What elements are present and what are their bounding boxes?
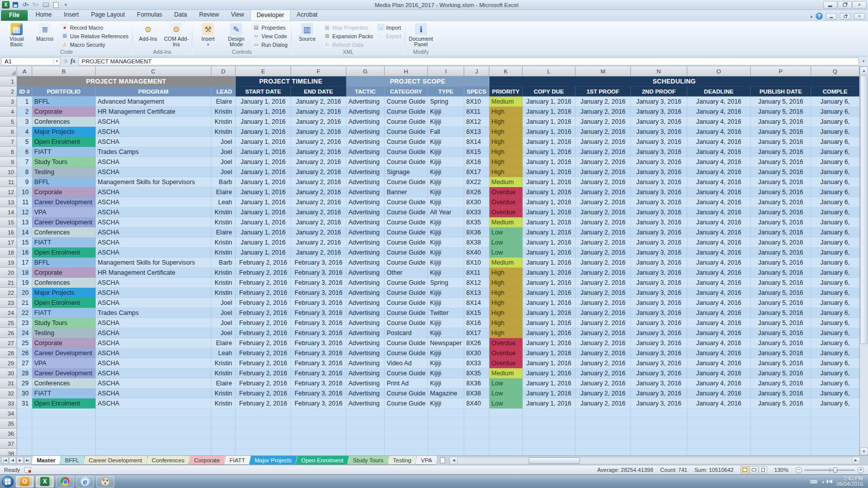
cell-O8[interactable]: January 4, 2016 (687, 147, 751, 157)
cell-N17[interactable]: January 3, 2016 (631, 237, 687, 248)
cell-K14[interactable]: Overdue (489, 207, 523, 217)
cell-H22[interactable]: Course Guide (385, 288, 428, 298)
cell-D17[interactable]: Kristin (211, 237, 236, 248)
table-column-header-G[interactable]: TACTIC (346, 87, 385, 97)
cell-D38[interactable] (211, 449, 236, 455)
cell-D26[interactable]: Joel (211, 328, 236, 338)
cell-I33[interactable]: Kijiji (428, 398, 464, 409)
cell-C16[interactable]: ASCHA (96, 227, 211, 237)
cell-M20[interactable]: January 2, 2016 (575, 268, 631, 278)
cell-N19[interactable]: January 3, 2016 (631, 258, 687, 268)
cell-B30[interactable]: Career Development (32, 368, 96, 378)
cell-E33[interactable]: February 2, 2016 (236, 398, 291, 409)
column-header-L[interactable]: L (523, 66, 575, 76)
cell-F14[interactable]: January 2, 2016 (291, 207, 346, 217)
cell-P37[interactable] (751, 439, 811, 449)
cell-Q27[interactable]: January 6, (811, 338, 859, 348)
run-dialog-button[interactable]: ▭Run Dialog (251, 41, 289, 48)
cell-C33[interactable]: ASCHA (96, 398, 211, 409)
cell-Q31[interactable]: January 6, (811, 378, 859, 388)
expansion-packs-button[interactable]: ⊞Expansion Packs (322, 32, 375, 40)
cell-L36[interactable] (523, 429, 575, 439)
cell-G18[interactable]: Advertising (346, 248, 385, 258)
cell-G8[interactable]: Advertising (346, 147, 385, 157)
cell-N14[interactable]: January 3, 2016 (631, 207, 687, 217)
cell-N3[interactable]: January 3, 2016 (631, 97, 687, 107)
cell-P5[interactable]: January 5, 2016 (751, 117, 811, 127)
cell-Q29[interactable]: January 6, (811, 358, 859, 368)
cell-E18[interactable]: January 1, 2016 (236, 248, 291, 258)
cell-N31[interactable]: January 3, 2016 (631, 378, 687, 388)
cell-N36[interactable] (631, 429, 687, 439)
cell-F18[interactable]: January 2, 2016 (291, 248, 346, 258)
cell-K18[interactable]: Low (489, 248, 523, 258)
name-box[interactable]: A1 ▾ (1, 57, 60, 65)
tab-home[interactable]: Home (30, 10, 58, 21)
cell-L29[interactable]: January 1, 2016 (523, 358, 575, 368)
table-column-header-M[interactable]: 1ST PROOF (575, 87, 631, 97)
cell-K20[interactable]: High (489, 268, 523, 278)
cell-M11[interactable]: January 2, 2016 (575, 177, 631, 187)
cell-L27[interactable]: January 1, 2016 (523, 338, 575, 348)
cell-H34[interactable] (385, 409, 428, 419)
cell-N22[interactable]: January 3, 2016 (631, 288, 687, 298)
cell-C9[interactable]: ASCHA (96, 157, 211, 167)
cell-E7[interactable]: January 1, 2016 (236, 137, 291, 147)
cell-E22[interactable]: February 2, 2016 (236, 288, 291, 298)
cell-D25[interactable]: Joel (211, 318, 236, 328)
cell-G12[interactable]: Advertising (346, 187, 385, 197)
row-header-35[interactable]: 35 (0, 419, 17, 429)
cell-B33[interactable]: Open Enrolment (32, 398, 96, 409)
cell-J15[interactable]: 8X35 (464, 217, 489, 227)
cell-N18[interactable]: January 3, 2016 (631, 248, 687, 258)
cell-Q20[interactable]: January 6, (811, 268, 859, 278)
cell-O12[interactable]: January 4, 2016 (687, 187, 751, 197)
cell-D8[interactable]: Joel (211, 147, 236, 157)
cell-B24[interactable]: FIATT (32, 308, 96, 318)
zoom-slider-track[interactable] (805, 469, 855, 471)
cell-G20[interactable]: Advertising (346, 268, 385, 278)
cell-K6[interactable]: High (489, 127, 523, 137)
cell-K28[interactable]: Overdue (489, 348, 523, 358)
cell-O7[interactable]: January 4, 2016 (687, 137, 751, 147)
cell-F20[interactable]: February 3, 2016 (291, 268, 346, 278)
cell-B21[interactable]: Conferences (32, 278, 96, 288)
column-header-N[interactable]: N (631, 66, 687, 76)
cell-L37[interactable] (523, 439, 575, 449)
cell-A10[interactable]: 8 (17, 167, 32, 177)
cell-K8[interactable]: High (489, 147, 523, 157)
cell-Q16[interactable]: January 6, (811, 227, 859, 237)
cell-L19[interactable]: January 1, 2016 (523, 258, 575, 268)
cell-G25[interactable]: Advertising (346, 318, 385, 328)
cell-Q22[interactable]: January 6, (811, 288, 859, 298)
cell-J22[interactable]: 8X13 (464, 288, 489, 298)
column-header-P[interactable]: P (751, 66, 811, 76)
cell-I28[interactable]: Kijiji (428, 348, 464, 358)
taskbar-ie-button[interactable]: e (76, 476, 94, 487)
cell-F9[interactable]: January 2, 2016 (291, 157, 346, 167)
row-header-38[interactable]: 38 (0, 449, 17, 455)
cell-N32[interactable]: January 3, 2016 (631, 388, 687, 398)
cell-B18[interactable]: Open Enrolment (32, 248, 96, 258)
cell-J29[interactable]: 8X33 (464, 358, 489, 368)
cell-O21[interactable]: January 4, 2016 (687, 278, 751, 288)
cell-E29[interactable]: February 2, 2016 (236, 358, 291, 368)
cell-F24[interactable]: February 3, 2016 (291, 308, 346, 318)
cell-B37[interactable] (32, 439, 96, 449)
cell-D5[interactable]: Kristin (211, 117, 236, 127)
cell-B32[interactable]: FIATT (32, 388, 96, 398)
cell-O23[interactable]: January 4, 2016 (687, 298, 751, 308)
cell-L8[interactable]: January 1, 2016 (523, 147, 575, 157)
cell-M36[interactable] (575, 429, 631, 439)
cell-A25[interactable]: 23 (17, 318, 32, 328)
tab-view[interactable]: View (225, 10, 250, 21)
cell-G17[interactable]: Advertising (346, 237, 385, 248)
cell-P18[interactable]: January 5, 2016 (751, 248, 811, 258)
cell-F5[interactable]: January 2, 2016 (291, 117, 346, 127)
page-layout-view-button[interactable] (750, 466, 758, 473)
cell-Q23[interactable]: January 6, (811, 298, 859, 308)
cell-P12[interactable]: January 5, 2016 (751, 187, 811, 197)
cell-C26[interactable]: ASCHA (96, 328, 211, 338)
cell-O20[interactable]: January 4, 2016 (687, 268, 751, 278)
cell-E27[interactable]: February 2, 2016 (236, 338, 291, 348)
